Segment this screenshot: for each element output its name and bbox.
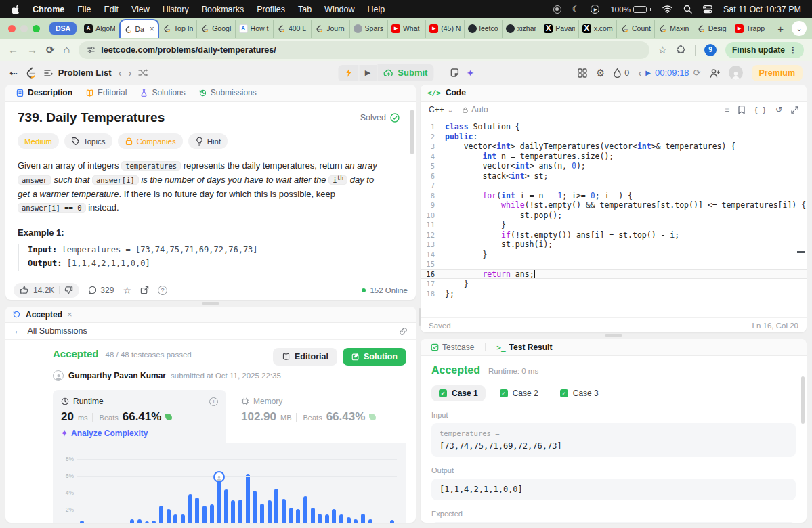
ai-sparkle-icon[interactable]: ✦	[466, 68, 474, 79]
difficulty-badge[interactable]: Medium	[18, 133, 59, 149]
menu-item-chrome[interactable]: Chrome	[33, 5, 64, 14]
code-line-2[interactable]: 2public:	[421, 132, 807, 142]
tab-test-result[interactable]: >_Test Result	[493, 343, 555, 352]
submit-button[interactable]: Submit	[377, 64, 433, 81]
tab-editorial[interactable]: Editorial	[82, 88, 130, 97]
browser-tab-da[interactable]: Da×	[119, 19, 159, 38]
code-line-14[interactable]: 14 }	[421, 250, 807, 260]
close-tab-icon[interactable]: ×	[150, 24, 154, 34]
streak-indicator[interactable]: 0	[614, 68, 629, 78]
code-line-15[interactable]: 15	[421, 259, 807, 269]
bar-13ms[interactable]	[167, 509, 171, 523]
back-arrow-icon[interactable]: ←	[14, 326, 22, 336]
profile-badge[interactable]: 9	[704, 44, 717, 56]
browser-tab-leetco[interactable]: leetco	[465, 20, 503, 38]
output-box[interactable]: [1,1,4,2,1,1,0,0]	[431, 479, 796, 500]
status-record-icon[interactable]	[553, 5, 561, 14]
bar-28ms[interactable]	[274, 489, 278, 523]
chart-bars[interactable]	[80, 453, 394, 523]
case-tab-2[interactable]: ✓Case 2	[492, 385, 546, 401]
bar-11ms[interactable]	[152, 521, 156, 523]
tab-search-chevron[interactable]: ⌄	[792, 21, 807, 36]
case-tab-1[interactable]: ✓Case 1	[431, 385, 486, 401]
play-circle-icon[interactable]: ▶	[591, 5, 599, 14]
submission-tab[interactable]: Accepted ×	[5, 307, 416, 323]
bar-34ms[interactable]	[318, 514, 322, 523]
forward-icon[interactable]: →	[27, 45, 37, 55]
braces-icon[interactable]: { }	[754, 106, 767, 114]
debug-button[interactable]	[338, 65, 358, 81]
bar-16ms[interactable]	[188, 494, 192, 523]
code-panel-header[interactable]: </> Code	[421, 85, 807, 102]
back-icon[interactable]: ←	[8, 45, 18, 55]
moon-icon[interactable]: ☾	[572, 4, 580, 14]
tab-group-label[interactable]: DSA	[49, 22, 77, 35]
browser-tab--45-n[interactable]: ▶(45) N	[426, 20, 464, 38]
copy-link-icon[interactable]	[399, 327, 408, 336]
bar-36ms[interactable]	[332, 509, 336, 523]
format-icon[interactable]: ≡	[725, 105, 729, 114]
bar-37ms[interactable]	[339, 514, 343, 523]
dots-menu-icon[interactable]: ⋮	[789, 45, 797, 55]
bar-25ms[interactable]	[253, 491, 257, 523]
column-resize-handle[interactable]	[419, 308, 421, 326]
input-box[interactable]: temperatures = [73,74,75,71,69,72,76,73]	[431, 423, 796, 457]
bar-15ms[interactable]	[181, 514, 185, 523]
tab-solutions[interactable]: Solutions	[136, 88, 188, 97]
tab-submissions[interactable]: Submissions	[195, 88, 260, 97]
browser-tab-count[interactable]: Count	[617, 20, 655, 38]
solution-button[interactable]: Solution	[343, 348, 406, 366]
browser-tab-spars[interactable]: Spars	[350, 20, 388, 38]
site-settings-icon[interactable]	[87, 45, 95, 54]
menu-item-help[interactable]: Help	[368, 5, 385, 14]
bar-19ms[interactable]	[210, 504, 214, 523]
user-avatar[interactable]	[729, 66, 743, 80]
code-line-11[interactable]: 11 }	[421, 220, 807, 230]
layout-grid-icon[interactable]	[578, 68, 587, 78]
bookmark-star-icon[interactable]: ☆	[658, 45, 667, 55]
menu-item-history[interactable]: History	[163, 5, 189, 14]
home-icon[interactable]: ⌂	[64, 45, 70, 56]
bar-39ms[interactable]	[354, 519, 358, 523]
code-line-8[interactable]: 8 for(int i = n - 1; i>= 0; i--) {	[421, 191, 807, 201]
leetcode-logo-icon[interactable]	[24, 66, 37, 80]
url-bar[interactable]: leetcode.com/problems/daily-temperatures…	[79, 41, 649, 59]
browser-tab-algom[interactable]: AAlgoM	[81, 20, 119, 38]
premium-button[interactable]: Premium	[752, 65, 803, 81]
expand-icon[interactable]	[791, 106, 798, 114]
code-editor[interactable]: 1class Solution {2public:3 vector<int> d…	[421, 118, 807, 317]
nav-collapse-icon[interactable]: ⇠	[9, 68, 18, 79]
code-line-9[interactable]: 9 while(!st.empty() && temperatures[st.t…	[421, 200, 807, 211]
bar-21ms[interactable]	[224, 489, 228, 523]
bar-14ms[interactable]	[173, 514, 177, 523]
wifi-icon[interactable]	[662, 5, 672, 13]
case-tab-3[interactable]: ✓Case 3	[553, 385, 606, 401]
bar-40ms[interactable]	[361, 514, 365, 523]
prev-problem-icon[interactable]: ‹	[118, 68, 121, 78]
bar-8ms[interactable]	[130, 519, 134, 523]
next-problem-icon[interactable]: ›	[128, 68, 131, 78]
help-icon[interactable]: ?	[158, 286, 167, 295]
bar-31ms[interactable]	[296, 509, 300, 523]
menu-item-view[interactable]: View	[131, 5, 150, 14]
topics-button[interactable]: Topics	[64, 133, 112, 149]
browser-tab-maxin[interactable]: Maxin	[655, 20, 693, 38]
code-line-13[interactable]: 13 st.push(i);	[421, 240, 807, 250]
bar-22ms[interactable]	[231, 500, 235, 523]
browser-tab-400-l[interactable]: 400 L	[274, 20, 312, 38]
code-line-16[interactable]: 16 return ans;	[421, 269, 807, 280]
vote-buttons[interactable]: 14.2K	[14, 283, 79, 298]
menu-item-bookmarks[interactable]: Bookmarks	[202, 5, 244, 14]
timer-play-icon[interactable]: ▶	[645, 69, 651, 76]
bar-44ms[interactable]	[390, 520, 394, 523]
code-line-1[interactable]: 1class Solution {	[421, 122, 807, 132]
share-icon[interactable]	[140, 286, 149, 294]
timer-collapse-icon[interactable]: ‹	[638, 68, 641, 78]
browser-tab-pavan[interactable]: XPavan	[540, 20, 578, 38]
bar-9ms[interactable]	[137, 519, 142, 523]
bar-1ms[interactable]	[80, 521, 84, 523]
browser-tab-trapp[interactable]: ▶Trapp	[731, 20, 769, 38]
bookmark-icon[interactable]	[738, 106, 745, 114]
runtime-card[interactable]: Runtime i 20 ms Beats 66.41%	[53, 390, 226, 443]
vertical-resize-handle[interactable]	[605, 334, 622, 337]
